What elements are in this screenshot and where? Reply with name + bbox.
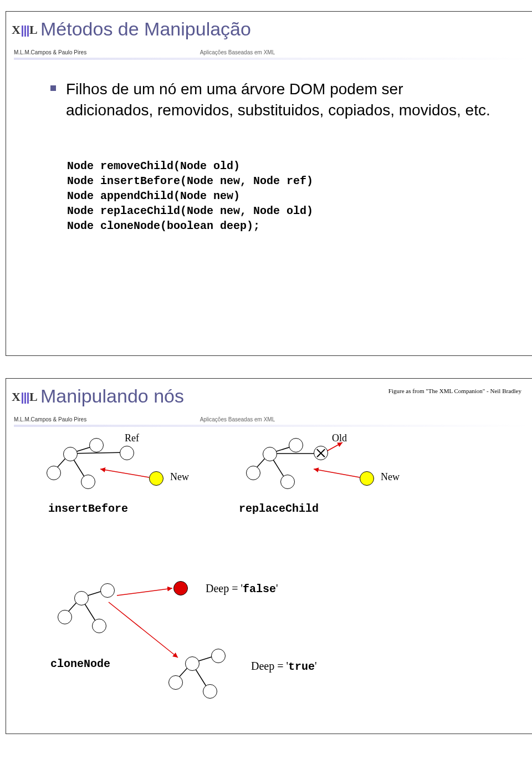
tree-node (63, 447, 78, 461)
meta-row: M.L.M.Campos & Paulo Pires Aplicações Ba… (14, 47, 532, 57)
app-label: Aplicações Baseadas em XML (200, 416, 275, 422)
code-block: Node removeChild(Node old) Node insertBe… (67, 159, 493, 233)
tree-node-new (360, 471, 374, 486)
slide-header: Manipulando nós (6, 379, 532, 411)
label-deep-false: Deep = 'false' (206, 582, 278, 595)
tree-node (81, 475, 95, 489)
bullet-item: Filhos de um nó em uma árvore DOM podem … (50, 79, 493, 121)
tree-node-ref (120, 446, 134, 460)
figure-caption: Figure as from "The XML Companion" - Nei… (388, 388, 521, 394)
tree-node (47, 466, 61, 480)
tree-node (211, 649, 226, 663)
tree-node (89, 438, 104, 452)
tree-node-old (314, 446, 328, 460)
label-ref: Ref (125, 432, 139, 444)
bullet-text: Filhos de um nó em uma árvore DOM podem … (66, 79, 493, 121)
tree-node (74, 591, 89, 605)
label-new: New (381, 471, 400, 483)
slide-header: Métodos de Manipulação (6, 12, 532, 44)
tree-node (289, 438, 303, 452)
tree-node (185, 656, 200, 671)
label-replaceChild: replaceChild (239, 502, 319, 515)
tree-node-new (149, 471, 163, 486)
slide-1: XL Métodos de Manipulação M.L.M.Campos &… (6, 11, 532, 356)
bullet-icon (50, 85, 56, 91)
label-cloneNode: cloneNode (50, 658, 110, 670)
meta-bar (14, 425, 529, 427)
svg-line-4 (100, 469, 149, 477)
label-deep-true: Deep = 'true' (251, 660, 317, 673)
tree-node (168, 675, 183, 690)
tree-node (100, 583, 115, 598)
svg-line-3 (70, 452, 125, 454)
diagram-area: Ref New Old New insertBefore replaceChil… (6, 430, 532, 696)
tree-node (263, 447, 277, 461)
tree-node-clone (173, 581, 188, 595)
label-new: New (170, 471, 189, 483)
svg-line-9 (314, 469, 360, 477)
slide-title: Métodos de Manipulação (40, 18, 529, 40)
authors: M.L.M.Campos & Paulo Pires (14, 416, 86, 422)
label-insertBefore: insertBefore (48, 502, 128, 515)
label-old: Old (332, 432, 347, 444)
tree-node (58, 610, 72, 624)
authors: M.L.M.Campos & Paulo Pires (14, 49, 86, 55)
xml-logo: XL (12, 390, 38, 404)
svg-line-14 (117, 588, 172, 595)
slide-2: XL Manipulando nós Figure as from "The X… (6, 378, 532, 734)
tree-node (280, 475, 295, 489)
xml-logo: XL (12, 23, 38, 37)
tree-node (203, 684, 217, 699)
app-label: Aplicações Baseadas em XML (200, 49, 275, 55)
slide-body: Filhos de um nó em uma árvore DOM podem … (6, 60, 532, 239)
tree-node (246, 466, 260, 480)
svg-line-15 (109, 602, 178, 658)
tree-node (92, 619, 106, 633)
meta-row: M.L.M.Campos & Paulo Pires Aplicações Ba… (14, 414, 532, 424)
